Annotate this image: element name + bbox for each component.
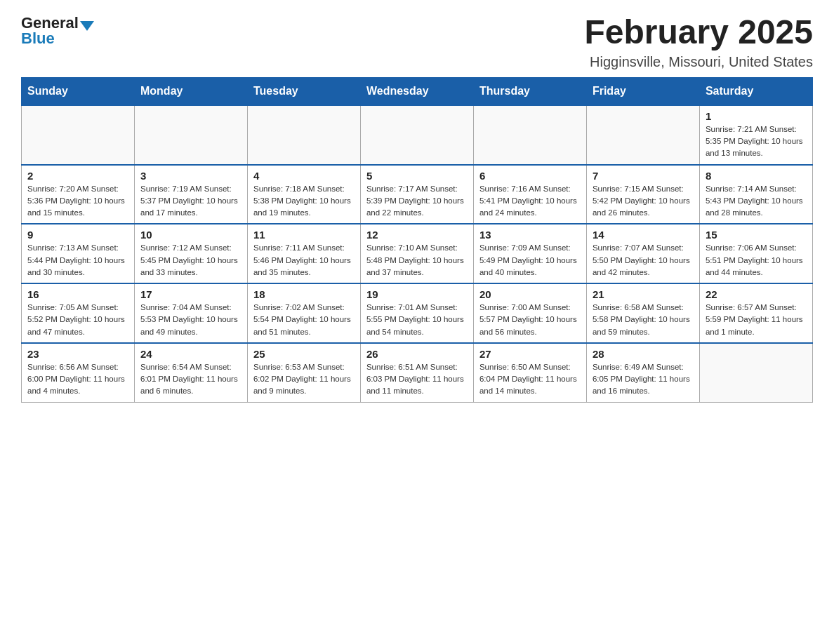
calendar-day-cell: 10Sunrise: 7:12 AM Sunset: 5:45 PM Dayli… (134, 224, 247, 283)
calendar-day-cell: 27Sunrise: 6:50 AM Sunset: 6:04 PM Dayli… (473, 343, 586, 402)
day-number: 15 (706, 229, 807, 241)
calendar-week-row: 2Sunrise: 7:20 AM Sunset: 5:36 PM Daylig… (22, 165, 813, 224)
calendar-day-cell: 11Sunrise: 7:11 AM Sunset: 5:46 PM Dayli… (247, 224, 360, 283)
day-number: 19 (366, 288, 468, 300)
calendar-day-cell: 2Sunrise: 7:20 AM Sunset: 5:36 PM Daylig… (22, 165, 135, 224)
calendar-day-cell: 28Sunrise: 6:49 AM Sunset: 6:05 PM Dayli… (586, 343, 699, 402)
day-info: Sunrise: 7:12 AM Sunset: 5:45 PM Dayligh… (140, 242, 241, 279)
calendar-day-cell (134, 105, 247, 165)
day-of-week-header: Saturday (699, 77, 812, 105)
day-info: Sunrise: 7:07 AM Sunset: 5:50 PM Dayligh… (593, 242, 694, 279)
page-header: General Blue February 2025 Higginsville,… (21, 14, 813, 70)
day-info: Sunrise: 7:17 AM Sunset: 5:39 PM Dayligh… (366, 183, 468, 220)
day-info: Sunrise: 6:50 AM Sunset: 6:04 PM Dayligh… (479, 361, 581, 398)
day-of-week-header: Wednesday (360, 77, 473, 105)
calendar-week-row: 1Sunrise: 7:21 AM Sunset: 5:35 PM Daylig… (22, 105, 813, 165)
day-number: 22 (706, 288, 807, 300)
day-of-week-header: Friday (586, 77, 699, 105)
day-info: Sunrise: 6:51 AM Sunset: 6:03 PM Dayligh… (366, 361, 468, 398)
day-number: 17 (140, 288, 241, 300)
day-of-week-header: Tuesday (247, 77, 360, 105)
calendar-day-cell: 14Sunrise: 7:07 AM Sunset: 5:50 PM Dayli… (586, 224, 699, 283)
day-number: 25 (253, 348, 355, 360)
day-number: 1 (706, 110, 807, 122)
day-info: Sunrise: 6:53 AM Sunset: 6:02 PM Dayligh… (253, 361, 355, 398)
logo: General Blue (21, 14, 94, 48)
day-info: Sunrise: 6:58 AM Sunset: 5:58 PM Dayligh… (593, 302, 694, 338)
day-number: 7 (593, 170, 694, 182)
calendar-table: SundayMondayTuesdayWednesdayThursdayFrid… (21, 77, 813, 403)
calendar-day-cell: 19Sunrise: 7:01 AM Sunset: 5:55 PM Dayli… (360, 283, 473, 343)
day-info: Sunrise: 7:13 AM Sunset: 5:44 PM Dayligh… (27, 242, 128, 279)
day-info: Sunrise: 7:01 AM Sunset: 5:55 PM Dayligh… (366, 302, 468, 338)
day-info: Sunrise: 6:49 AM Sunset: 6:05 PM Dayligh… (593, 361, 694, 398)
day-number: 4 (253, 170, 355, 182)
day-number: 24 (140, 348, 241, 360)
day-number: 26 (366, 348, 468, 360)
day-number: 8 (706, 170, 807, 182)
calendar-day-cell: 18Sunrise: 7:02 AM Sunset: 5:54 PM Dayli… (247, 283, 360, 343)
calendar-day-cell: 23Sunrise: 6:56 AM Sunset: 6:00 PM Dayli… (22, 343, 135, 402)
day-number: 9 (27, 229, 128, 241)
day-info: Sunrise: 7:05 AM Sunset: 5:52 PM Dayligh… (27, 302, 128, 338)
day-info: Sunrise: 7:21 AM Sunset: 5:35 PM Dayligh… (706, 123, 807, 160)
day-number: 3 (140, 170, 241, 182)
day-number: 2 (27, 170, 128, 182)
calendar-day-cell: 22Sunrise: 6:57 AM Sunset: 5:59 PM Dayli… (699, 283, 812, 343)
calendar-day-cell: 24Sunrise: 6:54 AM Sunset: 6:01 PM Dayli… (134, 343, 247, 402)
calendar-day-cell: 9Sunrise: 7:13 AM Sunset: 5:44 PM Daylig… (22, 224, 135, 283)
calendar-day-cell: 21Sunrise: 6:58 AM Sunset: 5:58 PM Dayli… (586, 283, 699, 343)
day-info: Sunrise: 7:09 AM Sunset: 5:49 PM Dayligh… (479, 242, 581, 279)
day-number: 27 (479, 348, 581, 360)
logo-arrow-icon (80, 21, 94, 31)
day-number: 16 (27, 288, 128, 300)
day-number: 6 (479, 170, 581, 182)
calendar-day-cell: 3Sunrise: 7:19 AM Sunset: 5:37 PM Daylig… (134, 165, 247, 224)
day-of-week-header: Thursday (473, 77, 586, 105)
day-of-week-header: Monday (134, 77, 247, 105)
calendar-day-cell (360, 105, 473, 165)
day-info: Sunrise: 7:04 AM Sunset: 5:53 PM Dayligh… (140, 302, 241, 338)
day-number: 12 (366, 229, 468, 241)
calendar-day-cell: 7Sunrise: 7:15 AM Sunset: 5:42 PM Daylig… (586, 165, 699, 224)
calendar-day-cell: 26Sunrise: 6:51 AM Sunset: 6:03 PM Dayli… (360, 343, 473, 402)
day-info: Sunrise: 7:18 AM Sunset: 5:38 PM Dayligh… (253, 183, 355, 220)
calendar-week-row: 9Sunrise: 7:13 AM Sunset: 5:44 PM Daylig… (22, 224, 813, 283)
day-number: 11 (253, 229, 355, 241)
calendar-day-cell: 13Sunrise: 7:09 AM Sunset: 5:49 PM Dayli… (473, 224, 586, 283)
day-info: Sunrise: 7:11 AM Sunset: 5:46 PM Dayligh… (253, 242, 355, 279)
day-number: 10 (140, 229, 241, 241)
day-number: 18 (253, 288, 355, 300)
calendar-day-cell: 6Sunrise: 7:16 AM Sunset: 5:41 PM Daylig… (473, 165, 586, 224)
calendar-week-row: 23Sunrise: 6:56 AM Sunset: 6:00 PM Dayli… (22, 343, 813, 402)
day-info: Sunrise: 7:15 AM Sunset: 5:42 PM Dayligh… (593, 183, 694, 220)
calendar-header-row: SundayMondayTuesdayWednesdayThursdayFrid… (22, 77, 813, 105)
day-info: Sunrise: 7:10 AM Sunset: 5:48 PM Dayligh… (366, 242, 468, 279)
calendar-day-cell: 16Sunrise: 7:05 AM Sunset: 5:52 PM Dayli… (22, 283, 135, 343)
location-subtitle: Higginsville, Missouri, United States (584, 54, 813, 70)
day-info: Sunrise: 7:14 AM Sunset: 5:43 PM Dayligh… (706, 183, 807, 220)
day-info: Sunrise: 7:19 AM Sunset: 5:37 PM Dayligh… (140, 183, 241, 220)
day-number: 13 (479, 229, 581, 241)
day-info: Sunrise: 6:57 AM Sunset: 5:59 PM Dayligh… (706, 302, 807, 338)
day-info: Sunrise: 7:00 AM Sunset: 5:57 PM Dayligh… (479, 302, 581, 338)
day-number: 5 (366, 170, 468, 182)
calendar-day-cell: 17Sunrise: 7:04 AM Sunset: 5:53 PM Dayli… (134, 283, 247, 343)
day-info: Sunrise: 7:02 AM Sunset: 5:54 PM Dayligh… (253, 302, 355, 338)
calendar-day-cell: 1Sunrise: 7:21 AM Sunset: 5:35 PM Daylig… (699, 105, 812, 165)
day-info: Sunrise: 6:54 AM Sunset: 6:01 PM Dayligh… (140, 361, 241, 398)
calendar-day-cell (473, 105, 586, 165)
calendar-day-cell: 25Sunrise: 6:53 AM Sunset: 6:02 PM Dayli… (247, 343, 360, 402)
calendar-day-cell: 15Sunrise: 7:06 AM Sunset: 5:51 PM Dayli… (699, 224, 812, 283)
calendar-day-cell: 12Sunrise: 7:10 AM Sunset: 5:48 PM Dayli… (360, 224, 473, 283)
calendar-day-cell (247, 105, 360, 165)
calendar-week-row: 16Sunrise: 7:05 AM Sunset: 5:52 PM Dayli… (22, 283, 813, 343)
day-of-week-header: Sunday (22, 77, 135, 105)
day-info: Sunrise: 7:16 AM Sunset: 5:41 PM Dayligh… (479, 183, 581, 220)
calendar-day-cell (699, 343, 812, 402)
calendar-day-cell: 20Sunrise: 7:00 AM Sunset: 5:57 PM Dayli… (473, 283, 586, 343)
day-number: 20 (479, 288, 581, 300)
calendar-day-cell: 5Sunrise: 7:17 AM Sunset: 5:39 PM Daylig… (360, 165, 473, 224)
day-number: 14 (593, 229, 694, 241)
calendar-day-cell (586, 105, 699, 165)
